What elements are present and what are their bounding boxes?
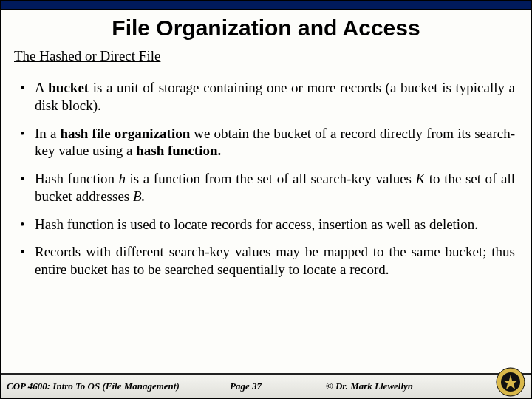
- text: is a unit of storage containing one or m…: [35, 80, 515, 113]
- bullet-list: A bucket is a unit of storage containing…: [17, 79, 515, 279]
- text: Records with different search-key values…: [35, 244, 515, 277]
- bold-text: hash function.: [136, 143, 221, 158]
- italic-text: h: [119, 171, 126, 186]
- bold-text: bucket: [48, 80, 89, 95]
- italic-text: K: [416, 171, 426, 186]
- slide-body: A bucket is a unit of storage containing…: [1, 69, 531, 373]
- bullet-item: In a hash file organization we obtain th…: [17, 125, 515, 160]
- slide: File Organization and Access The Hashed …: [0, 0, 532, 399]
- ucf-logo-icon: [496, 367, 525, 397]
- bullet-item: Hash function h is a function from the s…: [17, 170, 515, 205]
- text: is a function from the set of all search…: [126, 171, 416, 186]
- slide-title: File Organization and Access: [1, 16, 531, 41]
- footer-course: COP 4600: Intro To OS (File Management): [1, 381, 230, 392]
- text: Hash function: [35, 171, 119, 186]
- bullet-item: A bucket is a unit of storage containing…: [17, 79, 515, 115]
- text: A: [35, 80, 48, 95]
- top-accent-bar: [1, 1, 531, 10]
- bold-text: hash file organization: [60, 126, 190, 141]
- text: In a: [35, 126, 60, 141]
- footer-page-number: Page 37: [230, 381, 326, 392]
- bullet-item: Records with different search-key values…: [17, 243, 515, 279]
- slide-footer: COP 4600: Intro To OS (File Management) …: [1, 373, 531, 398]
- bullet-item: Hash function is used to locate records …: [17, 216, 515, 233]
- text: Hash function is used to locate records …: [35, 216, 478, 232]
- slide-subtitle: The Hashed or Direct File: [1, 48, 531, 69]
- italic-text: B.: [133, 188, 145, 204]
